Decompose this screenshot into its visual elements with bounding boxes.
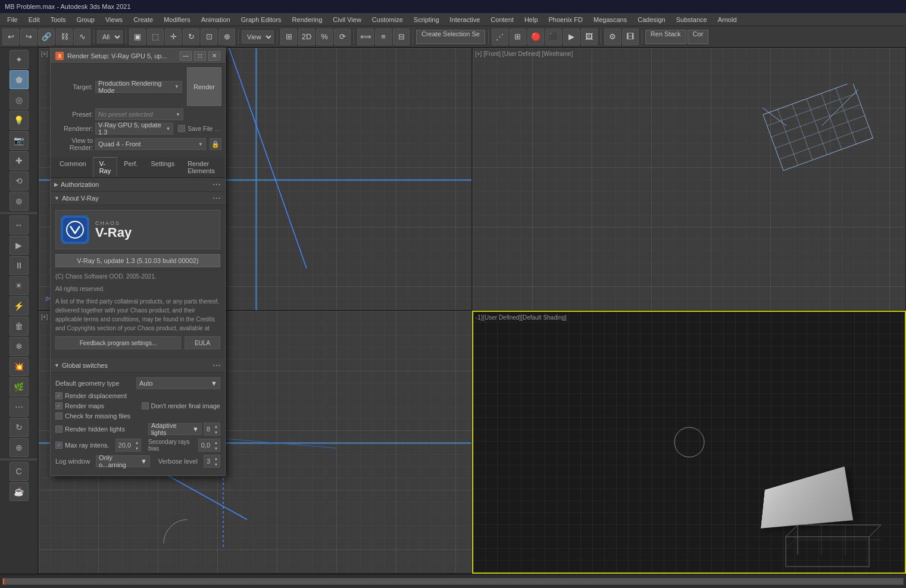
select-link-button[interactable]: 🔗	[38, 29, 55, 45]
sidebar-helpers[interactable]: ✚	[10, 151, 29, 170]
bind-space-warp[interactable]: ∿	[74, 29, 90, 45]
section-authorization[interactable]: ▶ Authorization ⋯	[51, 178, 225, 192]
menu-cadesign[interactable]: Cadesign	[633, 15, 670, 24]
sidebar-scatter[interactable]: ⊕	[10, 438, 29, 457]
create-selection-se-button[interactable]: Create Selection Se	[416, 30, 485, 44]
menu-substance[interactable]: Substance	[671, 15, 712, 24]
select-filter-dropdown[interactable]: All	[97, 30, 123, 43]
gs-verbose-spin-dn[interactable]: ▼	[213, 461, 220, 467]
mirror-button[interactable]: ⟺	[357, 29, 374, 45]
menu-content[interactable]: Content	[486, 15, 518, 24]
menu-edit[interactable]: Edit	[24, 15, 45, 24]
undo-button[interactable]: ↩	[2, 29, 19, 45]
gs-dont-render-cb[interactable]	[142, 402, 149, 409]
menu-arnold[interactable]: Arnold	[713, 15, 742, 24]
snap-toggle[interactable]: ⊞	[280, 29, 297, 45]
dialog-content[interactable]: ▶ Authorization ⋯ ▼ About V-Ray ⋯	[51, 178, 225, 476]
menu-modifiers[interactable]: Modifiers	[159, 15, 195, 24]
layer-manager[interactable]: ⊟	[393, 29, 410, 45]
sidebar-more[interactable]: ⋯	[10, 398, 29, 417]
gs-max-ray-spin-dn[interactable]: ▼	[133, 445, 140, 451]
view-to-render-dropdown[interactable]: Quad 4 - Front ▼	[95, 138, 206, 150]
tab-settings[interactable]: Settings	[144, 157, 181, 177]
view-dropdown[interactable]: View	[242, 30, 274, 43]
gs-adaptive-spin-up[interactable]: ▲	[213, 423, 220, 429]
render-button[interactable]: Render	[187, 67, 221, 106]
render-frame-button[interactable]: 🖼	[581, 29, 598, 45]
menu-file[interactable]: File	[2, 15, 23, 24]
sidebar-effects[interactable]: ⚡	[10, 296, 29, 315]
sidebar-create[interactable]: ✦	[10, 50, 29, 69]
gs-dont-render-checkbox-label[interactable]: Don't render final image	[142, 402, 220, 409]
sidebar-trash[interactable]: 🗑	[10, 317, 29, 336]
redo-button[interactable]: ↪	[20, 29, 37, 45]
gs-check-missing-checkbox-label[interactable]: Check for missing files	[55, 412, 130, 420]
section-about-vray[interactable]: ▼ About V-Ray ⋯	[51, 192, 225, 205]
place-button[interactable]: ⊕	[218, 29, 235, 45]
gs-max-ray-cb[interactable]	[55, 442, 63, 449]
sidebar-coffee[interactable]: ☕	[10, 482, 29, 501]
save-file-checkbox[interactable]	[178, 125, 185, 132]
menu-megascans[interactable]: Megascans	[589, 15, 632, 24]
save-file-more[interactable]: …	[215, 125, 221, 132]
render-setup-button[interactable]: ⬛	[545, 29, 562, 45]
sidebar-systems[interactable]: ⊛	[10, 192, 29, 211]
tab-common[interactable]: Common	[53, 157, 93, 177]
feedback-btn[interactable]: Feedback program settings...	[55, 336, 181, 349]
schematic-button[interactable]: ⊞	[510, 29, 526, 45]
sidebar-cameras[interactable]: 📷	[10, 131, 29, 150]
dialog-close[interactable]: ✕	[208, 51, 220, 61]
sidebar-play[interactable]: ▶	[10, 236, 29, 255]
menu-customize[interactable]: Customize	[367, 15, 408, 24]
sidebar-shapes[interactable]: ◎	[10, 90, 29, 110]
dialog-minimize[interactable]: —	[180, 51, 192, 61]
sidebar-spacewarps[interactable]: ⟲	[10, 171, 29, 190]
menu-group[interactable]: Group	[71, 15, 99, 24]
sidebar-move[interactable]: ↔	[10, 215, 29, 234]
select-button[interactable]: ▣	[129, 29, 146, 45]
viewport-top-right[interactable]: [+] [Front] [User Defined] [Wireframe]	[472, 48, 906, 311]
gs-check-missing-cb[interactable]	[55, 412, 63, 420]
sidebar-geometry[interactable]: ⬟	[10, 70, 29, 89]
menu-scripting[interactable]: Scripting	[409, 15, 444, 24]
gs-secondary-spin-up[interactable]: ▲	[213, 439, 220, 445]
scale-button[interactable]: ⊡	[201, 29, 217, 45]
vray-frame-buffer[interactable]: 🎞	[622, 29, 639, 45]
menu-rendering[interactable]: Rendering	[288, 15, 327, 24]
lock-button[interactable]: 🔒	[210, 138, 221, 150]
sidebar-loop[interactable]: ↻	[10, 418, 29, 437]
snap-2d[interactable]: 2D	[298, 29, 315, 45]
move-button[interactable]: ✛	[165, 29, 182, 45]
percent-snap[interactable]: %	[316, 29, 333, 45]
sidebar-sun[interactable]: ☀	[10, 276, 29, 295]
tab-vray[interactable]: V-Ray	[93, 157, 118, 177]
gs-hidden-lights-checkbox-label[interactable]: Render hidden lights	[55, 426, 145, 433]
sidebar-c[interactable]: C	[10, 462, 29, 481]
gs-render-maps-cb[interactable]	[55, 402, 63, 409]
menu-views[interactable]: Views	[101, 15, 127, 24]
section-global-switches[interactable]: ▼ Global switches ⋯	[51, 359, 225, 373]
gs-log-dropdown[interactable]: Only o...arning ▼	[96, 455, 150, 467]
preset-dropdown[interactable]: No preset selected ▼	[95, 108, 183, 120]
renderer-dropdown[interactable]: V-Ray GPU 5, update 1.3 ▼	[95, 123, 173, 135]
target-dropdown[interactable]: Production Rendering Mode ▼	[95, 81, 182, 93]
eula-btn[interactable]: EULA	[185, 336, 220, 349]
gs-render-displacement-checkbox-label[interactable]: Render displacement	[55, 392, 127, 399]
menu-create[interactable]: Create	[129, 15, 158, 24]
curve-editor-button[interactable]: ⋰	[492, 29, 508, 45]
unlink-button[interactable]: ⛓	[56, 29, 73, 45]
material-editor-button[interactable]: 🔴	[527, 29, 544, 45]
sidebar-plant[interactable]: 🌿	[10, 377, 29, 396]
viewport-bottom-right[interactable]: -1]{User Defined][Default Shading]	[472, 311, 906, 574]
gs-max-ray-checkbox-label[interactable]: Max ray intens.	[55, 442, 110, 449]
render-config-button[interactable]: ⚙	[604, 29, 621, 45]
align-button[interactable]: ≡	[375, 29, 392, 45]
gs-render-maps-checkbox-label[interactable]: Render maps	[55, 402, 138, 409]
gs-secondary-spin-dn[interactable]: ▼	[213, 445, 220, 451]
menu-civil-view[interactable]: Civil View	[328, 15, 365, 24]
menu-tools[interactable]: Tools	[46, 15, 71, 24]
sidebar-freeze[interactable]: ❄	[10, 337, 29, 356]
dialog-maximize[interactable]: □	[194, 51, 206, 61]
gs-default-geometry-dropdown[interactable]: Auto ▼	[136, 377, 220, 389]
tab-perf[interactable]: Perf.	[117, 157, 144, 177]
